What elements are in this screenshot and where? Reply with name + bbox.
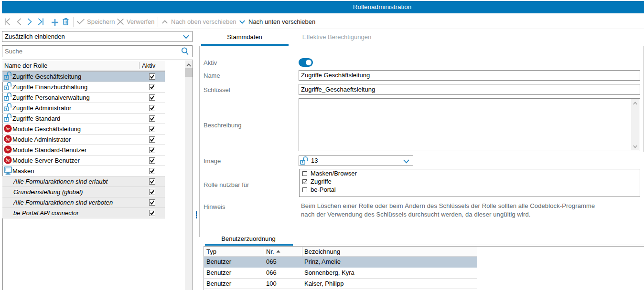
svg-text:be: be <box>6 147 10 152</box>
svg-text:be: be <box>6 126 10 131</box>
svg-text:be: be <box>6 137 10 142</box>
svg-text:be: be <box>6 158 10 163</box>
